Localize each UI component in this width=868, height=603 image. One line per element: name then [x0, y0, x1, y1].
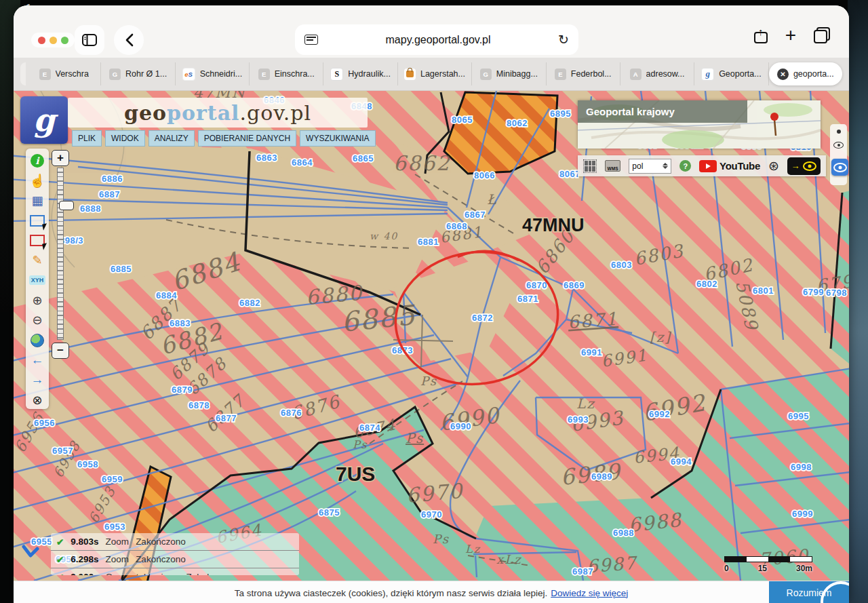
window-controls[interactable]: [31, 33, 75, 47]
browser-tab[interactable]: EVerschra: [27, 62, 101, 85]
settings-wheel-icon[interactable]: ⊛: [768, 159, 779, 172]
zoom-slider-handle[interactable]: [59, 201, 74, 210]
url-text[interactable]: mapy.geoportal.gov.pl: [318, 34, 558, 46]
collapse-status-icon[interactable]: [22, 544, 39, 559]
map-label: 6799: [803, 287, 824, 297]
map-label: 6959: [102, 474, 123, 484]
map-label: 6863: [256, 153, 277, 163]
zoom-out-icon[interactable]: ⊖: [29, 312, 45, 328]
visibility-button[interactable]: [831, 159, 848, 176]
menu-item-widok[interactable]: WIDOK: [105, 130, 145, 147]
select-rect-red-icon[interactable]: [29, 233, 45, 249]
map-label: 6798: [826, 288, 847, 298]
zoom-slider-track[interactable]: [57, 168, 64, 340]
map-label: 6970: [421, 509, 442, 520]
close-tab-icon[interactable]: ✕: [777, 69, 789, 80]
back-button[interactable]: [114, 25, 144, 55]
side-mini-panel: [830, 124, 847, 185]
language-select[interactable]: pol: [629, 159, 671, 174]
geoportal-title-band: geoportal.gov.pl: [68, 98, 368, 128]
map-label: 6999: [792, 509, 813, 519]
map-label: 6883: [170, 318, 191, 328]
center-cross-icon[interactable]: ⊗: [29, 392, 45, 408]
menu-item-pobieranie-danych[interactable]: POBIERANIE DANYCH: [198, 130, 296, 147]
browser-tab[interactable]: GRohr Ø 1...: [101, 62, 175, 85]
browser-tab[interactable]: Aadresow...: [620, 62, 694, 85]
share-button[interactable]: ↑: [754, 27, 768, 43]
sidebar-toggle-button[interactable]: [75, 25, 104, 55]
mini-dot-icon[interactable]: [837, 130, 841, 134]
map-label: 8062: [507, 118, 528, 128]
tab-label: Federbol...: [571, 69, 612, 79]
tab-favicon: eS: [182, 68, 195, 81]
browser-tab[interactable]: EFederbol...: [547, 62, 620, 85]
scale-end: 30m: [796, 564, 812, 573]
tab-label: Schneidri...: [200, 69, 243, 79]
youtube-button[interactable]: YouTube: [699, 160, 760, 172]
status-message-panel: ✔9.803sZoomZakończono✔6.298sZoomZakończo…: [51, 533, 299, 575]
reload-icon[interactable]: ↻: [558, 32, 569, 47]
help-icon[interactable]: ?: [679, 160, 691, 172]
map-label: w 40: [370, 231, 398, 241]
geoportal-logo[interactable]: g: [20, 96, 68, 144]
browser-tab[interactable]: SHydraulik...: [323, 62, 397, 85]
mini-eye-icon[interactable]: [833, 142, 844, 149]
page-format-icon[interactable]: [304, 35, 318, 45]
tab-label: geoporta...: [793, 69, 834, 79]
menu-item-analizy[interactable]: ANALIZY: [149, 130, 195, 147]
globe-icon[interactable]: [29, 332, 45, 349]
zoom-out-button[interactable]: −: [52, 343, 69, 359]
xyh-icon[interactable]: XYH: [29, 272, 45, 288]
legend-grid-icon[interactable]: [583, 159, 597, 173]
map-label: 8065: [452, 115, 473, 125]
cookie-more-link[interactable]: Dowiedz się więcej: [551, 588, 628, 598]
minimize-window-icon[interactable]: [50, 37, 57, 44]
menu-item-wyszukiwania[interactable]: WYSZUKIWANIA: [300, 130, 376, 147]
browser-tab[interactable]: ✕geoporta...: [769, 62, 842, 85]
cookie-accept-button[interactable]: Rozumiem: [769, 581, 849, 603]
map-label: 6881: [418, 237, 439, 247]
zoom-window-icon[interactable]: [61, 37, 68, 44]
forward-arrow-icon[interactable]: →: [29, 372, 45, 388]
map-label: 6875: [319, 507, 340, 518]
browser-tab[interactable]: EEinschra...: [250, 62, 323, 85]
contrast-arrow-icon: →: [791, 161, 800, 171]
tab-favicon: G: [480, 69, 492, 80]
wms-icon[interactable]: WMS: [605, 160, 621, 172]
language-value: pol: [632, 161, 643, 171]
map-label: 6888: [80, 203, 101, 214]
browser-tab[interactable]: eSSchneidri...: [176, 62, 250, 85]
menu-item-plik[interactable]: PLIK: [72, 130, 102, 147]
map-label: 6956: [34, 418, 55, 428]
screen: 1: [0, 0, 868, 603]
browser-tab[interactable]: gGeoporta...: [694, 62, 768, 85]
address-bar[interactable]: mapy.geoportal.gov.pl ↻: [295, 24, 578, 55]
select-rect-blue-icon[interactable]: [29, 212, 45, 229]
geoportal-menu: PLIKWIDOKANALIZYPOBIERANIE DANYCHWYSZUKI…: [72, 130, 376, 147]
zoom-in-icon[interactable]: ⊕: [29, 292, 45, 309]
new-tab-button[interactable]: +: [785, 26, 796, 45]
partial-tab[interactable]: [20, 62, 26, 85]
attributes-table-icon[interactable]: ▦: [29, 193, 45, 209]
draw-pencil-icon[interactable]: ✎: [29, 252, 45, 269]
close-window-icon[interactable]: [38, 37, 45, 44]
pan-hand-icon[interactable]: ☝: [29, 172, 45, 189]
accessibility-toggle[interactable]: →: [787, 157, 821, 175]
zoom-in-button[interactable]: +: [52, 150, 69, 166]
browser-tab[interactable]: Lagerstah...: [398, 62, 472, 85]
back-arrow-icon[interactable]: ←: [29, 352, 45, 368]
map-label: 6871: [517, 294, 538, 304]
geoportal-title: geoportal.gov.pl: [124, 101, 311, 125]
scale-mid: 15: [758, 564, 767, 573]
map-label: Lz: [465, 543, 481, 556]
overview-map[interactable]: Geoportal krajowy: [578, 100, 821, 149]
select-caret-icon: [663, 163, 668, 169]
map-label: 6989: [591, 471, 612, 482]
info-icon[interactable]: i: [29, 153, 45, 169]
tab-label: Hydraulik...: [348, 69, 391, 79]
success-check-icon: ✔: [56, 554, 64, 565]
map-label: 6882: [239, 298, 260, 308]
browser-tab[interactable]: GMinibagg...: [472, 62, 546, 85]
status-row: ✔9.803sZoomZakończono: [51, 533, 299, 551]
tab-overview-button[interactable]: [814, 27, 830, 43]
